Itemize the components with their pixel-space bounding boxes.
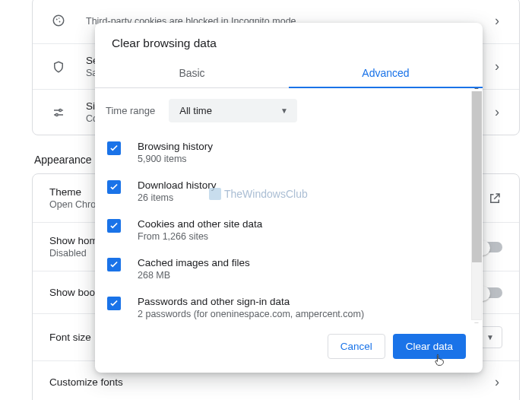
item-sub: From 1,266 sites (138, 231, 262, 242)
dialog-tabs: Basic Advanced (95, 58, 483, 88)
item-title: Browsing history (138, 141, 213, 152)
clear-data-item: Cached images and files268 MB (106, 249, 455, 288)
item-title: Cached images and files (138, 257, 250, 268)
clear-data-item: Download history26 items (106, 172, 455, 211)
time-range-label: Time range (106, 105, 155, 116)
clear-browsing-data-dialog: Clear browsing data Basic Advanced Time … (95, 23, 483, 373)
time-range-row: Time range All time ▼ (106, 99, 455, 122)
time-range-value: All time (179, 105, 212, 116)
checkbox[interactable] (107, 297, 121, 310)
caret-down-icon: ▼ (280, 106, 288, 115)
cancel-button[interactable]: Cancel (328, 334, 385, 359)
dialog-body: Time range All time ▼ Browsing history5,… (95, 88, 483, 323)
checkbox[interactable] (107, 219, 121, 233)
time-range-select[interactable]: All time ▼ (169, 99, 297, 122)
dialog-title: Clear browsing data (95, 23, 483, 58)
checkbox[interactable] (107, 180, 121, 194)
item-title: Passwords and other sign-in data (138, 296, 364, 307)
item-sub: 268 MB (138, 270, 250, 281)
scrollbar-thumb[interactable] (472, 91, 482, 262)
dialog-actions: Cancel Clear data (95, 323, 483, 373)
item-title: Cookies and other site data (138, 218, 262, 230)
item-title: Download history (138, 179, 217, 191)
clear-data-button[interactable]: Clear data (393, 334, 466, 359)
scroll-down-arrow-icon[interactable]: ▼ (472, 321, 481, 323)
checkbox[interactable] (107, 141, 121, 155)
checkbox[interactable] (107, 258, 121, 271)
item-sub: 2 passwords (for oneninespace.com, amper… (138, 309, 364, 319)
item-sub: 5,900 items (138, 154, 213, 164)
scroll-up-arrow-icon[interactable]: ▲ (472, 88, 481, 90)
item-sub: 26 items (138, 192, 217, 203)
clear-data-item: Cookies and other site dataFrom 1,266 si… (106, 211, 455, 249)
tab-advanced[interactable]: Advanced (289, 58, 483, 87)
clear-data-item: Browsing history5,900 items (106, 133, 455, 172)
tab-basic[interactable]: Basic (95, 58, 289, 87)
clear-data-item: Passwords and other sign-in data2 passwo… (106, 288, 455, 323)
dialog-scroll-area: Time range All time ▼ Browsing history5,… (95, 88, 478, 323)
